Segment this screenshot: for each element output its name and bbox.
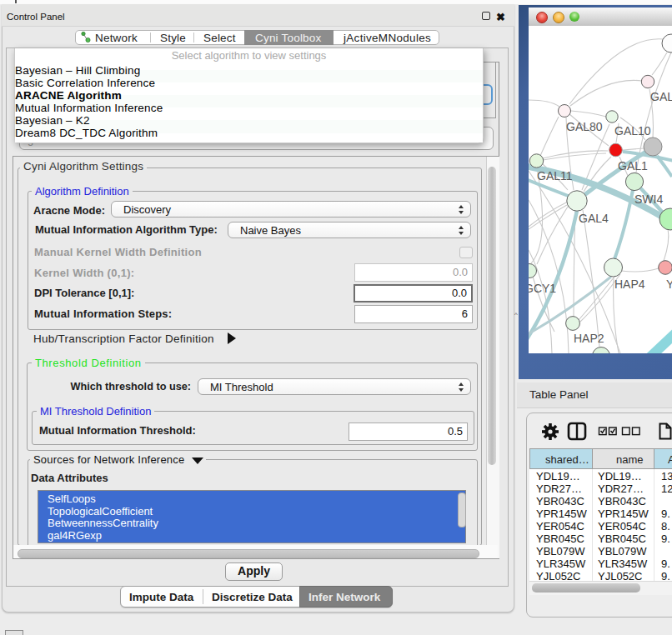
svg-text:HAP2: HAP2 <box>574 332 604 345</box>
svg-text:GCY1: GCY1 <box>529 282 556 295</box>
svg-text:GAL10: GAL10 <box>614 124 651 138</box>
svg-text:GAL11: GAL11 <box>537 169 573 182</box>
svg-text:GAL1: GAL1 <box>618 159 648 172</box>
svg-text:SWI4: SWI4 <box>634 192 663 206</box>
svg-text:GAL7: GAL7 <box>650 90 672 103</box>
svg-text:GAL4: GAL4 <box>579 212 609 225</box>
svg-text:YEL: YEL <box>666 278 672 291</box>
svg-text:HAP4: HAP4 <box>614 278 645 291</box>
svg-text:GAL80: GAL80 <box>566 120 603 133</box>
